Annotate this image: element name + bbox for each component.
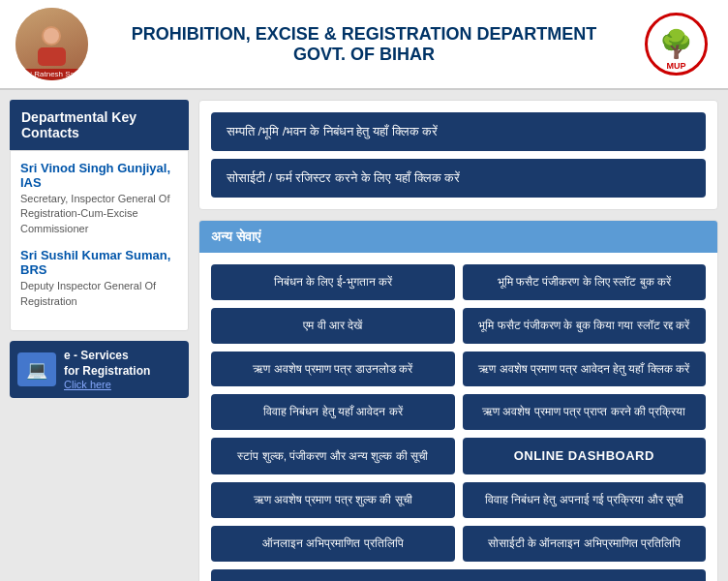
- stamp-duty-list-button[interactable]: स्टांप शुल्क, पंजीकरण और अन्य शुल्क की स…: [211, 438, 455, 474]
- services-section: अन्य सेवाएं निबंधन के लिए ई-भुगतान करें …: [198, 220, 718, 581]
- page-title: PROHIBITION, EXCISE & REGISTRATION DEPAR…: [88, 24, 640, 65]
- page-header: Shri Ratnesh Sah... PROHIBITION, EXCISE …: [0, 0, 728, 90]
- svg-point-2: [44, 28, 59, 44]
- sidebar-contacts-body: Sri Vinod Singh Gunjiyal, IAS Secretary,…: [10, 150, 189, 331]
- property-registration-button[interactable]: सम्पति /भूमि /भवन के निबंधन हेतु यहाँ क्…: [211, 112, 706, 151]
- avatar: Shri Ratnesh Sah...: [15, 8, 88, 80]
- avatar-label: Shri Ratnesh Sah...: [15, 69, 88, 80]
- contact-1-title: Secretary, Inspector General Of Registra…: [20, 192, 178, 236]
- svg-rect-1: [38, 47, 66, 66]
- content-area: सम्पति /भूमि /भवन के निबंधन हेतु यहाँ क्…: [198, 100, 718, 581]
- eservices-banner[interactable]: 💻 e - Services for Registration Click he…: [10, 341, 189, 398]
- banner-click-link[interactable]: Click here: [64, 379, 150, 390]
- top-buttons-panel: सम्पति /भूमि /भवन के निबंधन हेतु यहाँ क्…: [198, 100, 718, 210]
- rin-avshesh-process-button[interactable]: ऋण अवशेष प्रमाण पत्र प्राप्त करने की प्र…: [463, 394, 707, 430]
- services-body: निबंधन के लिए ई-भुगतान करें भूमि फसैट पं…: [199, 253, 717, 581]
- services-grid: निबंधन के लिए ई-भुगतान करें भूमि फसैट पं…: [211, 264, 706, 581]
- department-logo: 🌳 MUP: [640, 8, 713, 80]
- banner-line1: e - Services: [64, 349, 150, 364]
- eservices-icon: 💻: [17, 352, 56, 386]
- epayment-button[interactable]: निबंधन के लिए ई-भुगतान करें: [211, 264, 455, 300]
- services-header: अन्य सेवाएं: [199, 221, 717, 253]
- main-container: Departmental Key Contacts Sri Vinod Sing…: [0, 90, 728, 581]
- bhumi-slot-book-button[interactable]: भूमि फसैट पंजीकरण के लिए स्लॉट बुक करें: [463, 264, 707, 300]
- rin-avshesh-shulk-button[interactable]: ऋण अवशेष प्रमाण पत्र शुल्क की सूची: [211, 482, 455, 518]
- sidebar-key-contacts-header: Departmental Key Contacts: [10, 100, 189, 150]
- industries-dept-button[interactable]: INDUSTRIES DEPARTMENT APPLICATION STATUS: [211, 569, 706, 581]
- contact-2-title: Deputy Inspector General Of Registration: [20, 279, 178, 309]
- rin-avshesh-apply-button[interactable]: ऋण अवशेष प्रमाण पत्र आवेदन हेतु यहाँ क्ल…: [463, 352, 707, 387]
- contact-1-name: Sri Vinod Singh Gunjiyal, IAS: [20, 161, 178, 190]
- society-firm-register-button[interactable]: सोसाईटी / फर्म रजिस्टर करने के लिए यहाँ …: [211, 159, 706, 198]
- vivah-registration-button[interactable]: विवाह निबंधन हेतु यहाँ आवेदन करें: [211, 394, 455, 430]
- banner-line2: for Registration: [64, 364, 150, 380]
- contact-2-name: Sri Sushil Kumar Suman, BRS: [20, 248, 178, 277]
- bhumi-slot-cancel-button[interactable]: भूमि फसैट पंजीकरण के बुक किया गया स्लॉट …: [463, 308, 707, 344]
- sidebar: Departmental Key Contacts Sri Vinod Sing…: [10, 100, 189, 581]
- online-copy-button[interactable]: ऑनलाइन अभिप्रमाणित प्रतिलिपि: [211, 526, 455, 562]
- rin-avshesh-download-button[interactable]: ऋण अवशेष प्रमाण पत्र डाउनलोड करें: [211, 352, 455, 387]
- online-dashboard-button[interactable]: ONLINE DASHBOARD: [463, 438, 707, 474]
- mvr-button[interactable]: एम वी आर देखें: [211, 308, 455, 344]
- society-online-copy-button[interactable]: सोसाईटी के ऑनलाइन अभिप्रमाणित प्रतिलिपि: [463, 526, 707, 562]
- vivah-process-list-button[interactable]: विवाह निबंधन हेतु अपनाई गई प्रक्रिया और …: [463, 482, 707, 518]
